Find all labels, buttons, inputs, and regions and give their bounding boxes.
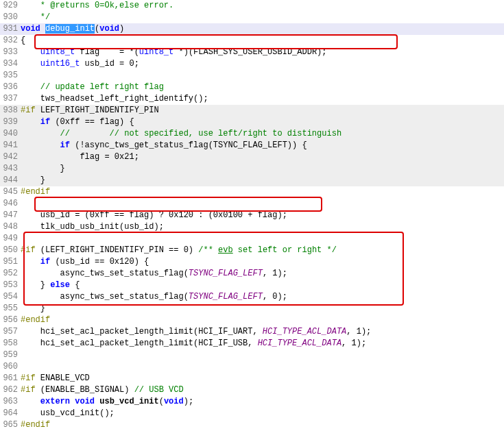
code-line[interactable]: 940 // // not specified, use left/right … — [0, 128, 504, 140]
code-line[interactable]: 958 hci_set_acl_packet_length_limit(HCI_… — [0, 338, 504, 349]
line-content[interactable]: extern void usb_vcd_init(void); — [21, 396, 504, 408]
line-number: 936 — [0, 82, 21, 93]
code-line[interactable]: 934 uint16_t usb_id = 0; — [0, 58, 504, 70]
line-content[interactable]: */ — [21, 12, 504, 23]
line-content[interactable]: // update left right flag — [21, 82, 504, 93]
code-editor[interactable]: 929 * @returns 0=Ok,else error.930 */931… — [0, 0, 504, 431]
line-number: 938 — [0, 105, 21, 116]
line-content[interactable]: async_tws_set_status_flag(TSYNC_FLAG_LEF… — [21, 268, 504, 280]
line-number: 961 — [0, 373, 21, 384]
code-line[interactable]: 942 flag = 0x21; — [0, 151, 504, 163]
line-number: 937 — [0, 93, 21, 105]
code-line[interactable]: 965#endif — [0, 419, 504, 431]
line-number: 932 — [0, 35, 21, 47]
code-line[interactable]: 953 } else { — [0, 280, 504, 291]
code-line[interactable]: 948 tlk_udb_usb_init(usb_id); — [0, 221, 504, 233]
code-line[interactable]: 937 tws_headset_left_right_identify(); — [0, 93, 504, 105]
code-line[interactable]: 963 extern void usb_vcd_init(void); — [0, 396, 504, 408]
line-content[interactable]: #if (ENABLE_BB_SIGNAL) // USB VCD — [21, 384, 504, 396]
code-line[interactable]: 945#endif — [0, 186, 504, 198]
code-line[interactable]: 938#if LEFT_RIGHT_INDENTIFY_PIN — [0, 105, 504, 116]
line-content[interactable]: hci_set_acl_packet_length_limit(HCI_IF_U… — [21, 326, 504, 338]
line-number: 951 — [0, 256, 21, 268]
line-number: 929 — [0, 0, 21, 12]
line-content[interactable]: } — [21, 175, 504, 186]
line-content[interactable] — [21, 198, 504, 210]
line-content[interactable]: flag = 0x21; — [21, 151, 504, 163]
line-number: 960 — [0, 361, 21, 373]
code-line[interactable]: 955 } — [0, 303, 504, 315]
code-line[interactable]: 944 } — [0, 175, 504, 186]
line-content[interactable] — [21, 233, 504, 245]
line-content[interactable]: #if (LEFT_RIGHT_INDENTIFY_PIN == 0) /** … — [21, 245, 504, 256]
code-line[interactable]: 956#endif — [0, 315, 504, 326]
code-body[interactable]: 929 * @returns 0=Ok,else error.930 */931… — [0, 0, 504, 431]
code-line[interactable]: 930 */ — [0, 12, 504, 23]
line-content[interactable]: async_tws_set_status_flag(TSYNC_FLAG_LEF… — [21, 291, 504, 303]
line-number: 957 — [0, 326, 21, 338]
line-content[interactable]: // // not specified, use left/right to d… — [21, 128, 504, 140]
line-number: 962 — [0, 384, 21, 396]
code-line[interactable]: 959 — [0, 349, 504, 361]
code-line[interactable]: 941 if (!async_tws_get_status_flag(TSYNC… — [0, 140, 504, 151]
code-line[interactable]: 949 — [0, 233, 504, 245]
line-number: 953 — [0, 280, 21, 291]
code-line[interactable]: 939 if (0xff == flag) { — [0, 116, 504, 128]
line-content[interactable]: tws_headset_left_right_identify(); — [21, 93, 504, 105]
line-content[interactable]: { — [21, 35, 504, 47]
code-line[interactable]: 950#if (LEFT_RIGHT_INDENTIFY_PIN == 0) /… — [0, 245, 504, 256]
code-line[interactable]: 957 hci_set_acl_packet_length_limit(HCI_… — [0, 326, 504, 338]
line-content[interactable]: * @returns 0=Ok,else error. — [21, 0, 504, 12]
line-content[interactable]: #if ENABLE_VCD — [21, 373, 504, 384]
line-content[interactable]: if (!async_tws_get_status_flag(TSYNC_FLA… — [21, 140, 504, 151]
line-number: 959 — [0, 349, 21, 361]
code-line[interactable]: 943 } — [0, 163, 504, 175]
line-content[interactable] — [21, 349, 504, 361]
code-line[interactable]: 933 uint8_t flag = *(uint8_t *)(FLASH_SY… — [0, 47, 504, 58]
line-content[interactable]: tlk_udb_usb_init(usb_id); — [21, 221, 504, 233]
line-content[interactable] — [21, 361, 504, 373]
code-line[interactable]: 935 — [0, 70, 504, 82]
line-content[interactable]: #endif — [21, 186, 504, 198]
code-line[interactable]: 946 — [0, 198, 504, 210]
line-number: 933 — [0, 47, 21, 58]
code-line[interactable]: 961#if ENABLE_VCD — [0, 373, 504, 384]
code-line[interactable]: 932{ — [0, 35, 504, 47]
code-line[interactable]: 960 — [0, 361, 504, 373]
code-line[interactable]: 947 usb_id = (0xff == flag) ? 0x120 : (0… — [0, 210, 504, 221]
code-line[interactable]: 954 async_tws_set_status_flag(TSYNC_FLAG… — [0, 291, 504, 303]
code-line[interactable]: 962#if (ENABLE_BB_SIGNAL) // USB VCD — [0, 384, 504, 396]
line-number: 944 — [0, 175, 21, 186]
line-number: 954 — [0, 291, 21, 303]
line-content[interactable]: } — [21, 163, 504, 175]
code-line[interactable]: 929 * @returns 0=Ok,else error. — [0, 0, 504, 12]
line-content[interactable]: usb_id = (0xff == flag) ? 0x120 : (0x010… — [21, 210, 504, 221]
line-number: 963 — [0, 396, 21, 408]
line-content[interactable] — [21, 70, 504, 82]
line-number: 941 — [0, 140, 21, 151]
code-line[interactable]: 964 usb_vcd_init(); — [0, 408, 504, 419]
line-content[interactable]: void debug_init(void) — [21, 23, 504, 35]
line-content[interactable]: #if LEFT_RIGHT_INDENTIFY_PIN — [21, 105, 504, 116]
line-content[interactable]: #endif — [21, 419, 504, 431]
line-content[interactable]: } else { — [21, 280, 504, 291]
line-content[interactable]: hci_set_acl_packet_length_limit(HCI_IF_U… — [21, 338, 504, 349]
line-number: 940 — [0, 128, 21, 140]
code-line[interactable]: 931void debug_init(void) — [0, 23, 504, 35]
line-number: 956 — [0, 315, 21, 326]
line-number: 942 — [0, 151, 21, 163]
line-number: 943 — [0, 163, 21, 175]
line-number: 945 — [0, 186, 21, 198]
line-content[interactable]: #endif — [21, 315, 504, 326]
line-content[interactable]: usb_vcd_init(); — [21, 408, 504, 419]
code-line[interactable]: 952 async_tws_set_status_flag(TSYNC_FLAG… — [0, 268, 504, 280]
line-content[interactable]: uint8_t flag = *(uint8_t *)(FLASH_SYS_US… — [21, 47, 504, 58]
line-content[interactable]: } — [21, 303, 504, 315]
line-number: 934 — [0, 58, 21, 70]
line-number: 931 — [0, 23, 21, 35]
code-line[interactable]: 936 // update left right flag — [0, 82, 504, 93]
line-content[interactable]: if (usb_id == 0x120) { — [21, 256, 504, 268]
code-line[interactable]: 951 if (usb_id == 0x120) { — [0, 256, 504, 268]
line-content[interactable]: if (0xff == flag) { — [21, 116, 504, 128]
line-content[interactable]: uint16_t usb_id = 0; — [21, 58, 504, 70]
